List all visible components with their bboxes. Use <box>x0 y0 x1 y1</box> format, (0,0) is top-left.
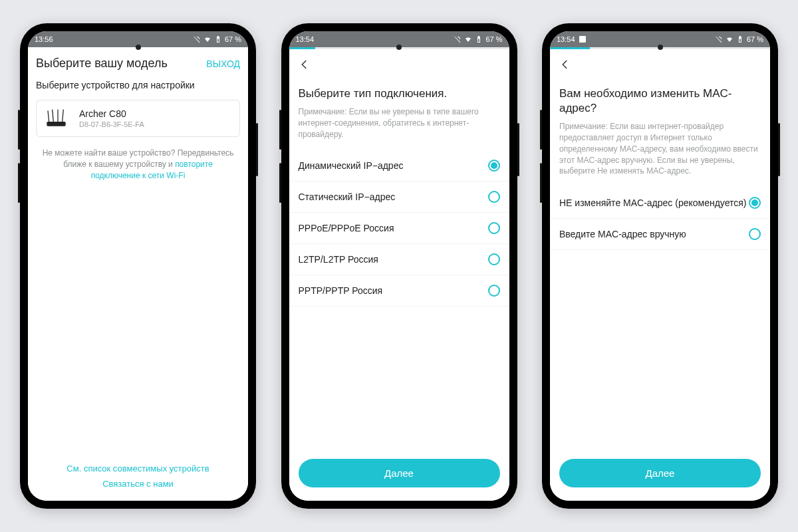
phone-frame-3: 13:54 67 % Вам необходимо изменить MAC-а… <box>542 23 778 509</box>
wizard-title: Вам необходимо изменить MAC-адрес? <box>550 77 770 121</box>
alarm-off-icon <box>454 35 462 43</box>
phone-frame-1: 13:56 67 % Выберите вашу модель ВЫХОД Вы… <box>20 23 256 509</box>
status-bar: 13:54 67 % <box>289 31 509 47</box>
svg-line-1 <box>53 110 54 122</box>
status-time: 13:54 <box>296 35 315 43</box>
radio-selected-icon <box>488 160 500 172</box>
option-label: L2TP/L2TP Россия <box>299 254 378 265</box>
option-keep-mac[interactable]: НЕ изменяйте MAC-адрес (рекомендуется) <box>550 188 770 219</box>
next-button[interactable]: Далее <box>559 459 761 487</box>
radio-icon <box>488 285 500 297</box>
option-manual-mac[interactable]: Введите MAC-адрес вручную <box>550 219 770 250</box>
volume-down-button <box>540 163 542 203</box>
power-button <box>256 123 258 176</box>
option-l2tp[interactable]: L2TP/L2TP Россия <box>289 244 509 275</box>
battery-icon <box>736 35 744 43</box>
page-title: Выберите вашу модель <box>36 57 168 70</box>
screen-1: 13:56 67 % Выберите вашу модель ВЫХОД Вы… <box>28 31 248 501</box>
compatible-devices-link[interactable]: См. список совместимых устройств <box>28 461 248 476</box>
wizard-note: Примечание: Если ваш интернет-провайдер … <box>550 121 770 188</box>
wizard-title: Выберите тип подключения. <box>289 77 509 106</box>
option-dynamic-ip[interactable]: Динамический IP−адрес <box>289 150 509 182</box>
exit-button[interactable]: ВЫХОД <box>206 59 240 69</box>
svg-rect-4 <box>47 122 65 126</box>
phone-frame-2: 13:54 67 % Выберите тип подключения. При… <box>281 23 517 509</box>
battery-percent: 67 % <box>747 35 763 43</box>
option-label: Статический IP−адрес <box>299 192 396 202</box>
radio-icon <box>488 191 500 203</box>
wizard-note: Примечание: Если вы не уверены в типе ва… <box>289 106 509 150</box>
battery-percent: 67 % <box>485 35 502 43</box>
option-label: Введите MAC-адрес вручную <box>559 229 686 239</box>
power-button <box>517 123 519 176</box>
volume-down-button <box>18 163 20 203</box>
wifi-icon <box>464 35 472 43</box>
help-text: Не можете найти ваше устройство? Передви… <box>28 137 248 181</box>
svg-line-0 <box>48 110 49 122</box>
power-button <box>778 123 780 176</box>
volume-up-button <box>18 110 20 150</box>
radio-icon <box>488 253 500 265</box>
radio-icon <box>488 222 500 234</box>
notification-icon <box>579 36 586 43</box>
battery-percent: 67 % <box>225 35 241 43</box>
option-label: PPPoE/PPPoE Россия <box>299 223 394 233</box>
option-pptp[interactable]: PPTP/PPTP Россия <box>289 275 509 307</box>
screen-3: 13:54 67 % Вам необходимо изменить MAC-а… <box>550 31 770 501</box>
contact-us-link[interactable]: Связаться с нами <box>28 476 248 491</box>
router-icon <box>45 108 71 128</box>
svg-rect-5 <box>579 36 586 43</box>
status-time: 13:56 <box>35 35 53 43</box>
option-label: PPTP/PPTP Россия <box>299 285 383 296</box>
wifi-icon <box>203 35 211 43</box>
device-mac: D8-07-B6-3F-5E-FA <box>79 120 144 128</box>
option-pppoe[interactable]: PPPoE/PPPoE Россия <box>289 213 509 244</box>
wifi-icon <box>726 35 733 43</box>
device-name: Archer C80 <box>79 108 144 119</box>
option-static-ip[interactable]: Статический IP−адрес <box>289 182 509 213</box>
svg-line-3 <box>63 110 64 122</box>
radio-selected-icon <box>749 197 761 209</box>
radio-icon <box>749 228 761 240</box>
alarm-off-icon <box>715 35 723 43</box>
option-label: НЕ изменяйте MAC-адрес (рекомендуется) <box>559 198 747 208</box>
status-bar: 13:54 67 % <box>550 31 770 47</box>
volume-up-button <box>279 110 281 150</box>
device-card[interactable]: Archer C80 D8-07-B6-3F-5E-FA <box>36 100 240 137</box>
alarm-off-icon <box>193 35 201 43</box>
battery-icon <box>475 35 483 43</box>
page-subtitle: Выберите устройство для настройки <box>28 76 248 100</box>
next-button[interactable]: Далее <box>299 459 500 487</box>
volume-down-button <box>279 163 281 203</box>
battery-icon <box>214 35 222 43</box>
status-bar: 13:56 67 % <box>28 31 248 47</box>
back-button[interactable] <box>559 59 571 70</box>
option-label: Динамический IP−адрес <box>299 160 404 171</box>
status-time: 13:54 <box>557 35 575 43</box>
volume-up-button <box>540 110 542 150</box>
back-button[interactable] <box>299 59 311 70</box>
screen-2: 13:54 67 % Выберите тип подключения. При… <box>289 31 509 501</box>
